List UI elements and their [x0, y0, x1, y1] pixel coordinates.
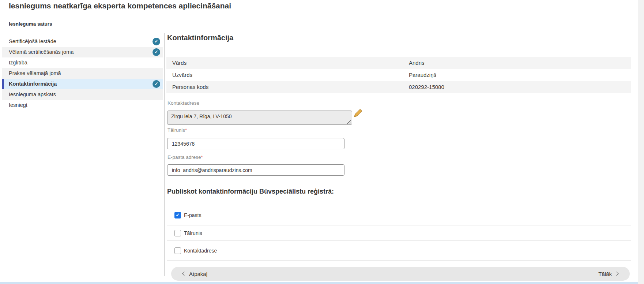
- email-field-label: E-pasta adrese*: [167, 154, 203, 160]
- wizard-step-list: Sertificējošā iestāde ✓ Vēlamā sertificē…: [2, 36, 163, 111]
- row-label: Personas kods: [166, 84, 208, 90]
- talrunis-checkbox[interactable]: [174, 230, 181, 236]
- sidebar-item-label: Iesniegt: [9, 102, 27, 108]
- table-row: Personas kods 020292-15080: [166, 81, 631, 93]
- publish-option-talrunis[interactable]: Tālrunis: [167, 225, 631, 241]
- sidebar-item-iesniegt[interactable]: Iesniegt: [2, 100, 163, 111]
- sidebar-item-label: Vēlamā sertificēšanās joma: [9, 49, 74, 55]
- row-value: Andris: [409, 60, 425, 66]
- sidebar-item-sertificejosa-iestade[interactable]: Sertificējošā iestāde ✓: [2, 36, 163, 47]
- wizard-footer-bar: Atpakaļ Tālāk: [171, 267, 630, 281]
- email-input[interactable]: [167, 164, 344, 176]
- step-completed-check-icon: ✓: [152, 80, 160, 88]
- kontaktadrese-checkbox[interactable]: [174, 247, 181, 254]
- person-info-table: Vārds Andris Uzvārds Paraudziņš Personas…: [166, 57, 631, 93]
- table-row: Vārds Andris: [166, 57, 631, 69]
- sidebar-content-divider: [165, 33, 165, 276]
- chevron-left-icon: [182, 272, 186, 276]
- bottom-accent-strip: [0, 282, 644, 284]
- sidebar-item-izglitiba[interactable]: Izglītība: [2, 57, 163, 68]
- step-completed-check-icon: ✓: [152, 38, 160, 45]
- page-title: Iesniegums neatkarīga eksperta kompetenc…: [9, 1, 231, 10]
- row-label: Uzvārds: [166, 72, 192, 78]
- address-field-label: Kontaktadrese: [167, 100, 199, 106]
- sidebar-item-iesnieguma-apskats[interactable]: Iesnieguma apskats: [2, 89, 163, 100]
- checkbox-label: Kontaktadrese: [184, 248, 217, 254]
- checkbox-label: Tālrunis: [184, 230, 202, 236]
- email-label-text: E-pasta adrese: [167, 154, 201, 160]
- row-value: 020292-15080: [409, 84, 444, 90]
- sidebar-item-velama-sertificesanas-joma[interactable]: Vēlamā sertificēšanās joma ✓: [2, 47, 163, 57]
- required-mark: *: [185, 127, 187, 133]
- sidebar-item-label: Sertificējošā iestāde: [9, 38, 56, 44]
- next-button[interactable]: Tālāk: [587, 267, 630, 281]
- table-row: Uzvārds Paraudziņš: [166, 69, 631, 81]
- next-button-label: Tālāk: [598, 271, 612, 277]
- section-heading: Kontaktinformācija: [167, 34, 233, 42]
- edit-address-button[interactable]: [353, 108, 363, 118]
- page-right-gutter: [638, 0, 644, 284]
- phone-field-label: Tālrunis*: [167, 127, 187, 133]
- phone-input[interactable]: [167, 138, 344, 149]
- row-label: Vārds: [166, 60, 187, 66]
- sidebar-item-label: Prakse vēlamajā jomā: [9, 70, 61, 76]
- pencil-icon: [353, 108, 363, 118]
- required-mark: *: [201, 154, 203, 160]
- back-button[interactable]: Atpakaļ: [171, 267, 219, 281]
- publish-option-kontaktadrese[interactable]: Kontaktadrese: [167, 241, 631, 261]
- row-value: Paraudziņš: [409, 72, 436, 78]
- address-textarea: Zirgu iela 7, Rīga, LV-1050: [167, 111, 352, 125]
- address-field: Zirgu iela 7, Rīga, LV-1050: [167, 111, 352, 125]
- back-button-label: Atpakaļ: [189, 271, 207, 277]
- sidebar-item-label: Kontaktinformācija: [9, 81, 57, 87]
- step-completed-check-icon: ✓: [152, 48, 160, 56]
- sidebar-item-prakse-velamaja-joma[interactable]: Prakse vēlamajā jomā: [2, 68, 163, 79]
- sidebar-section-title: Iesnieguma saturs: [9, 21, 52, 27]
- sidebar-item-label: Izglītība: [9, 60, 27, 66]
- sidebar-item-kontaktinformacija[interactable]: Kontaktinformācija ✓: [2, 79, 163, 89]
- chevron-right-icon: [614, 272, 618, 276]
- sidebar-item-label: Iesnieguma apskats: [9, 91, 56, 97]
- epasts-checkbox[interactable]: ✓: [174, 212, 181, 218]
- publish-option-epasts[interactable]: ✓ E-pasts: [167, 205, 631, 225]
- address-label-text: Kontaktadrese: [167, 100, 199, 106]
- phone-label-text: Tālrunis: [167, 127, 185, 133]
- publish-section-heading: Publiskot kontaktinformāciju Būvspeciāli…: [167, 188, 334, 195]
- checkbox-label: E-pasts: [184, 212, 201, 218]
